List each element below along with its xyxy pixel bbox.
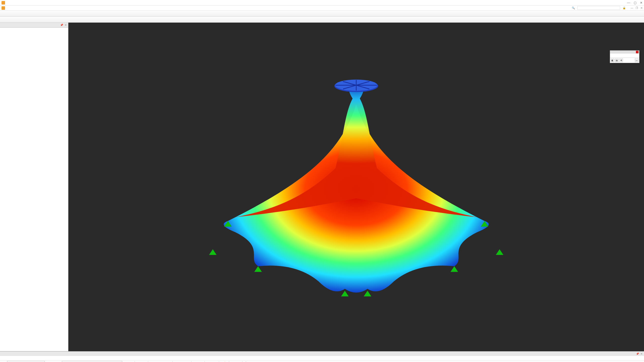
- app-icon: [2, 1, 5, 5]
- tbl-tool-e-icon[interactable]: ▦: [160, 361, 166, 362]
- tbl-next-icon[interactable]: ▸: [51, 361, 56, 362]
- license-icon: 🔒: [623, 7, 626, 9]
- table-menu: [0, 356, 644, 360]
- tbl-tool-m-icon[interactable]: f*: [212, 361, 217, 362]
- maximize-icon[interactable]: ▢: [634, 1, 636, 5]
- navigator-title: 📌✕: [0, 23, 68, 28]
- tbl-tool-g-icon[interactable]: ⇄: [174, 361, 179, 362]
- tbl-tool-l-icon[interactable]: fx: [206, 361, 211, 362]
- tbl-next2-icon[interactable]: ▸: [128, 361, 133, 362]
- tbl-tool-f-icon[interactable]: ▩: [166, 361, 171, 362]
- pin-icon[interactable]: 📌: [60, 24, 63, 26]
- tbl-tool-j-icon[interactable]: □: [193, 361, 198, 362]
- window-min2-icon[interactable]: —: [631, 7, 633, 9]
- tbl-export-icon[interactable]: ⎙: [230, 361, 235, 362]
- tbl-tool-d-icon[interactable]: ▥: [155, 361, 160, 362]
- control-panel-close-icon[interactable]: ×: [636, 51, 638, 53]
- search-input[interactable]: [577, 6, 620, 10]
- toolbar-1: [0, 11, 644, 17]
- tbl-tool-n-icon[interactable]: 🔧: [217, 361, 222, 362]
- tbl-pick-icon[interactable]: ↘: [56, 361, 61, 362]
- app-menu-icon[interactable]: [2, 6, 5, 10]
- table-pane: 📌✕ ≡ ▾ ◂ ▸ ↘ ▾ ◂ ▸ ▦ ▧ ▤ ▥ ▦ ▩ ⇄ ↺ ↻ □ ▭…: [0, 351, 644, 362]
- svg-marker-13: [451, 266, 458, 272]
- tbl-tool-k-icon[interactable]: ▭: [198, 361, 203, 362]
- close-icon[interactable]: ✕: [640, 1, 642, 5]
- svg-marker-15: [364, 291, 371, 296]
- svg-marker-16: [496, 249, 503, 255]
- cp-tool-2-icon[interactable]: ▤: [615, 59, 619, 62]
- svg-marker-14: [341, 291, 349, 296]
- close-panel-icon[interactable]: ✕: [65, 24, 67, 26]
- table-combo-structure[interactable]: ▾: [7, 361, 45, 362]
- navigator-tree[interactable]: [0, 28, 68, 351]
- cp-tool-3-icon[interactable]: ⚙: [619, 59, 623, 62]
- model-render: [168, 70, 545, 304]
- cp-tool-4-icon[interactable]: ▭: [635, 59, 638, 62]
- tbl-tool-c-icon[interactable]: ▤: [149, 361, 154, 362]
- tbl-excel-icon[interactable]: x: [236, 361, 241, 362]
- tbl-tool-o-icon[interactable]: 🎨: [223, 361, 228, 362]
- svg-marker-12: [254, 266, 262, 272]
- titlebar: — ▢ ✕: [0, 0, 644, 6]
- window-restore-icon[interactable]: ❐: [636, 7, 638, 9]
- tbl-find-icon[interactable]: 🔍: [244, 361, 249, 362]
- table-combo-category[interactable]: ▾: [62, 361, 122, 362]
- search-icon: 🔍: [572, 7, 575, 9]
- control-panel[interactable]: × ◧ ▤ ⚙ ▭: [610, 50, 639, 63]
- table-close-icon[interactable]: ✕: [640, 352, 642, 355]
- table-toolbar: ≡ ▾ ◂ ▸ ↘ ▾ ◂ ▸ ▦ ▧ ▤ ▥ ▦ ▩ ⇄ ↺ ↻ □ ▭ fx…: [0, 360, 644, 362]
- viewport-3d[interactable]: × ◧ ▤ ⚙ ▭: [68, 23, 644, 351]
- minimize-icon[interactable]: —: [627, 1, 630, 5]
- tbl-tool-h-icon[interactable]: ↺: [179, 361, 184, 362]
- tbl-tool-b-icon[interactable]: ▧: [142, 361, 147, 362]
- svg-marker-17: [209, 249, 217, 255]
- navigator-pane: 📌✕: [0, 23, 68, 351]
- menubar: 🔍 🔒 — ❐ ✕: [0, 6, 644, 11]
- window-close2-icon[interactable]: ✕: [640, 7, 642, 9]
- table-pin-icon[interactable]: 📌: [636, 352, 639, 355]
- tbl-tool-i-icon[interactable]: ↻: [185, 361, 190, 362]
- cp-tool-1-icon[interactable]: ◧: [611, 59, 614, 62]
- toolbar-2: [0, 17, 644, 23]
- tbl-prev-icon[interactable]: ◂: [45, 361, 50, 362]
- tbl-tool-a-icon[interactable]: ▦: [136, 361, 141, 362]
- tbl-prev2-icon[interactable]: ◂: [123, 361, 128, 362]
- tbl-goto-icon[interactable]: ≡: [2, 361, 7, 362]
